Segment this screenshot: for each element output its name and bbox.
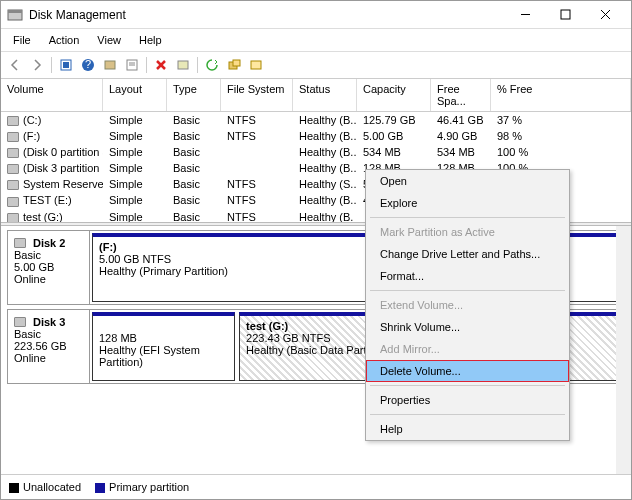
table-row[interactable]: (F:)SimpleBasicNTFSHealthy (B...5.00 GB4… [1, 128, 631, 144]
col-freespace[interactable]: Free Spa... [431, 79, 491, 111]
disk-icon[interactable] [224, 55, 244, 75]
app-icon [7, 7, 23, 23]
disk-name: Disk 2 [33, 237, 65, 249]
volume-icon [7, 197, 19, 207]
volume-icon [7, 116, 19, 126]
table-row[interactable]: (Disk 0 partition 3)SimpleBasicHealthy (… [1, 144, 631, 160]
minimize-button[interactable] [505, 1, 545, 29]
table-row[interactable]: (C:)SimpleBasicNTFSHealthy (B...125.79 G… [1, 112, 631, 128]
context-menu-item[interactable]: Delete Volume... [366, 360, 569, 382]
context-menu-item[interactable]: Help [366, 418, 569, 440]
back-icon[interactable] [5, 55, 25, 75]
properties-icon[interactable] [122, 55, 142, 75]
volume-table-header: Volume Layout Type File System Status Ca… [1, 79, 631, 112]
col-status[interactable]: Status [293, 79, 357, 111]
menu-view[interactable]: View [89, 31, 129, 49]
svg-rect-3 [561, 10, 570, 19]
col-layout[interactable]: Layout [103, 79, 167, 111]
svg-rect-7 [63, 62, 69, 68]
disk-icon [14, 238, 26, 248]
settings-icon[interactable] [100, 55, 120, 75]
close-button[interactable] [585, 1, 625, 29]
menubar: File Action View Help [1, 29, 631, 52]
disk-type: Basic [14, 328, 83, 340]
col-filesystem[interactable]: File System [221, 79, 293, 111]
context-menu-item[interactable]: Open [366, 170, 569, 192]
menu-help[interactable]: Help [131, 31, 170, 49]
svg-rect-18 [233, 60, 240, 66]
volume-icon [7, 148, 19, 158]
col-type[interactable]: Type [167, 79, 221, 111]
partition-status: Healthy (EFI System Partition) [99, 344, 228, 368]
disk-state: Online [14, 352, 83, 364]
legend-unallocated: Unallocated [9, 481, 81, 493]
window-title: Disk Management [29, 8, 505, 22]
svg-rect-10 [105, 61, 115, 69]
disk-icon [14, 317, 26, 327]
partition-size: 128 MB [99, 332, 228, 344]
help-icon[interactable]: ? [78, 55, 98, 75]
context-menu-item: Extend Volume... [366, 294, 569, 316]
context-menu-item[interactable]: Change Drive Letter and Paths... [366, 243, 569, 265]
volume-icon [7, 132, 19, 142]
context-menu-item[interactable]: Properties [366, 389, 569, 411]
disk-state: Online [14, 273, 83, 285]
context-menu-item[interactable]: Format... [366, 265, 569, 287]
action-icon[interactable] [173, 55, 193, 75]
disk-size: 223.56 GB [14, 340, 83, 352]
toolbar: ? [1, 52, 631, 79]
menu-file[interactable]: File [5, 31, 39, 49]
list-icon[interactable] [246, 55, 266, 75]
context-menu-item: Add Mirror... [366, 338, 569, 360]
titlebar: Disk Management [1, 1, 631, 29]
col-capacity[interactable]: Capacity [357, 79, 431, 111]
refresh-icon[interactable] [56, 55, 76, 75]
volume-icon [7, 164, 19, 174]
col-pctfree[interactable]: % Free [491, 79, 631, 111]
context-menu-item[interactable]: Explore [366, 192, 569, 214]
context-menu-item: Mark Partition as Active [366, 221, 569, 243]
context-menu-item[interactable]: Shrink Volume... [366, 316, 569, 338]
svg-rect-16 [178, 61, 188, 69]
volume-icon [7, 180, 19, 190]
forward-icon[interactable] [27, 55, 47, 75]
svg-rect-19 [251, 61, 261, 69]
svg-rect-1 [8, 10, 22, 13]
disk-type: Basic [14, 249, 83, 261]
scrollbar-vertical[interactable] [616, 226, 631, 474]
partition[interactable]: 128 MBHealthy (EFI System Partition) [92, 312, 235, 381]
legend-primary: Primary partition [95, 481, 189, 493]
rescan-icon[interactable] [202, 55, 222, 75]
context-menu: OpenExploreMark Partition as ActiveChang… [365, 169, 570, 441]
svg-text:?: ? [85, 58, 91, 70]
delete-icon[interactable] [151, 55, 171, 75]
volume-icon [7, 213, 19, 222]
disk-size: 5.00 GB [14, 261, 83, 273]
maximize-button[interactable] [545, 1, 585, 29]
disk-name: Disk 3 [33, 316, 65, 328]
menu-action[interactable]: Action [41, 31, 88, 49]
legend: Unallocated Primary partition [1, 474, 631, 499]
col-volume[interactable]: Volume [1, 79, 103, 111]
